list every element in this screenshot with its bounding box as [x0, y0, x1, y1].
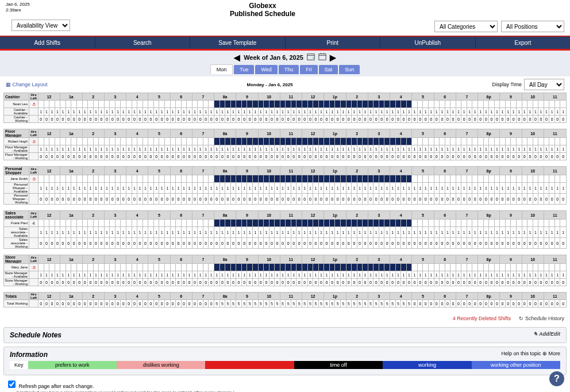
tab-fri[interactable]: Fri — [300, 65, 318, 74]
slot-cell[interactable]: 0 — [428, 279, 434, 286]
slot-cell[interactable]: 0 — [44, 194, 49, 205]
slot-cell[interactable]: 0 — [467, 116, 472, 123]
slot-cell[interactable]: 0 — [395, 238, 401, 249]
slot-cell[interactable]: 1 — [373, 108, 379, 116]
slot-cell[interactable]: 0 — [187, 300, 192, 308]
slot-cell[interactable]: 1 — [505, 108, 511, 116]
shift-cell[interactable] — [489, 101, 495, 108]
slot-cell[interactable]: 1 — [450, 183, 456, 194]
slot-cell[interactable]: 0 — [467, 238, 472, 249]
shift-cell[interactable] — [544, 101, 549, 108]
slot-cell[interactable]: 0 — [554, 194, 560, 205]
shift-cell[interactable] — [401, 264, 407, 271]
shift-cell[interactable] — [352, 138, 357, 145]
shift-cell[interactable] — [440, 264, 445, 271]
slot-cell[interactable]: 1 — [296, 227, 302, 238]
shift-cell[interactable] — [494, 101, 500, 108]
slot-cell[interactable]: 1 — [527, 145, 533, 153]
shift-cell[interactable] — [511, 175, 517, 183]
slot-cell[interactable]: 0 — [286, 238, 291, 249]
slot-cell[interactable]: 0 — [412, 238, 418, 249]
slot-cell[interactable]: 0 — [170, 153, 176, 160]
slot-cell[interactable]: 1 — [187, 227, 192, 238]
slot-cell[interactable]: 1 — [247, 108, 253, 116]
slot-cell[interactable]: 1 — [121, 227, 126, 238]
slot-cell[interactable]: 0 — [225, 194, 231, 205]
slot-cell[interactable]: 1 — [49, 227, 55, 238]
slot-cell[interactable]: 1 — [132, 271, 137, 279]
shift-cell[interactable] — [406, 138, 412, 145]
shift-cell[interactable] — [363, 175, 368, 183]
shift-cell[interactable] — [164, 138, 170, 145]
shift-cell[interactable] — [203, 220, 209, 227]
shift-cell[interactable] — [82, 138, 88, 145]
slot-cell[interactable]: 1 — [76, 271, 82, 279]
slot-cell[interactable]: 0 — [313, 116, 319, 123]
slot-cell[interactable]: 0 — [340, 194, 346, 205]
shift-cell[interactable] — [516, 138, 522, 145]
slot-cell[interactable]: 0 — [406, 116, 412, 123]
slot-cell[interactable]: 1 — [142, 227, 148, 238]
slot-cell[interactable]: 5 — [390, 300, 396, 308]
slot-cell[interactable]: 1 — [500, 183, 506, 194]
schedule-history-link[interactable]: ↻ Schedule History — [519, 316, 564, 321]
slot-cell[interactable]: 0 — [417, 238, 423, 249]
slot-cell[interactable]: 1 — [66, 108, 71, 116]
shift-cell[interactable] — [560, 101, 567, 108]
shift-cell[interactable] — [230, 220, 236, 227]
shift-cell[interactable] — [478, 175, 484, 183]
shift-cell[interactable] — [352, 175, 357, 183]
slot-cell[interactable]: 0 — [236, 153, 242, 160]
slot-cell[interactable]: 1 — [110, 227, 115, 238]
shift-cell[interactable] — [401, 220, 407, 227]
shift-cell[interactable] — [99, 101, 105, 108]
slot-cell[interactable]: 1 — [236, 108, 242, 116]
slot-cell[interactable]: 0 — [264, 279, 269, 286]
slot-cell[interactable]: 0 — [198, 279, 203, 286]
slot-cell[interactable]: 1 — [346, 145, 352, 153]
shift-cell[interactable] — [291, 175, 296, 183]
slot-cell[interactable]: 0 — [219, 279, 225, 286]
shift-cell[interactable] — [412, 175, 418, 183]
shift-cell[interactable] — [423, 175, 429, 183]
shift-cell[interactable] — [395, 101, 401, 108]
slot-cell[interactable]: 0 — [412, 116, 418, 123]
shift-cell[interactable] — [445, 138, 450, 145]
slot-cell[interactable]: 0 — [115, 300, 121, 308]
shift-cell[interactable] — [181, 220, 187, 227]
slot-cell[interactable]: 0 — [554, 153, 560, 160]
slot-cell[interactable]: 0 — [258, 279, 264, 286]
shift-cell[interactable] — [132, 138, 137, 145]
shift-cell[interactable] — [38, 264, 44, 271]
slot-cell[interactable]: 0 — [170, 238, 176, 249]
slot-cell[interactable]: 1 — [494, 271, 500, 279]
shift-cell[interactable] — [214, 175, 220, 183]
slot-cell[interactable]: 0 — [456, 153, 461, 160]
slot-cell[interactable]: 1 — [99, 271, 105, 279]
slot-cell[interactable]: 0 — [126, 116, 132, 123]
slot-cell[interactable]: 1 — [483, 108, 489, 116]
slot-cell[interactable]: 5 — [291, 300, 296, 308]
shift-cell[interactable] — [126, 138, 132, 145]
slot-cell[interactable]: 0 — [164, 238, 170, 249]
shift-cell[interactable] — [209, 175, 214, 183]
shift-cell[interactable] — [489, 138, 495, 145]
slot-cell[interactable]: 0 — [214, 194, 220, 205]
slot-cell[interactable]: 1 — [49, 145, 55, 153]
shift-cell[interactable] — [264, 220, 269, 227]
slot-cell[interactable]: 0 — [494, 279, 500, 286]
slot-cell[interactable]: 1 — [494, 227, 500, 238]
shift-cell[interactable] — [527, 138, 533, 145]
slot-cell[interactable]: 0 — [60, 279, 66, 286]
slot-cell[interactable]: 1 — [549, 183, 555, 194]
shift-cell[interactable] — [445, 175, 450, 183]
slot-cell[interactable]: 1 — [538, 108, 544, 116]
slot-cell[interactable]: 0 — [313, 279, 319, 286]
slot-cell[interactable]: 0 — [428, 153, 434, 160]
slot-cell[interactable]: 1 — [324, 108, 330, 116]
slot-cell[interactable]: 1 — [478, 145, 484, 153]
slot-cell[interactable]: 0 — [137, 300, 143, 308]
slot-cell[interactable]: 1 — [187, 183, 192, 194]
shift-cell[interactable] — [214, 138, 220, 145]
shift-cell[interactable] — [445, 264, 450, 271]
